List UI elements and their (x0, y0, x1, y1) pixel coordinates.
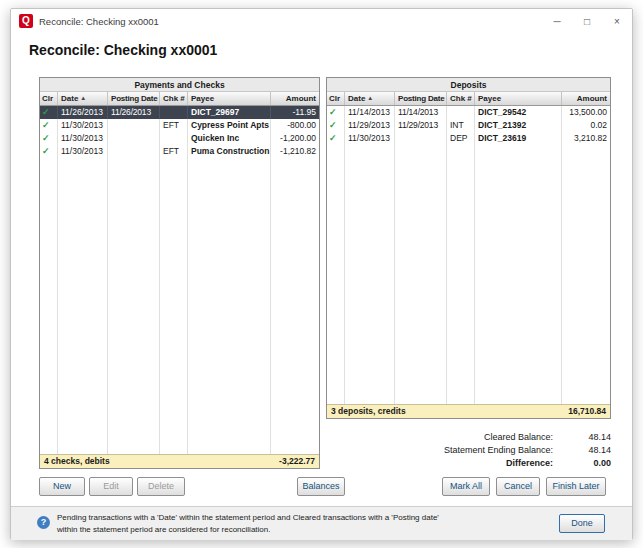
titlebar: Q Reconcile: Checking xx0001 ─ □ × (11, 9, 632, 33)
col-header-posting-date[interactable]: Posting Date (108, 92, 160, 105)
check-icon[interactable]: ✓ (42, 146, 50, 156)
table-row[interactable]: ✓ 11/29/2013 11/29/2013 INT DICT_21392 0… (327, 119, 610, 132)
sort-asc-icon: ▲ (80, 95, 86, 101)
col-header-amount[interactable]: Amount (271, 92, 319, 105)
balances-button[interactable]: Balances (297, 477, 345, 496)
page-title: Reconcile: Checking xx0001 (29, 42, 217, 58)
col-header-date[interactable]: Date▲ (345, 92, 395, 105)
mark-all-button[interactable]: Mark All (442, 477, 490, 496)
chk-cell: DEP (447, 132, 475, 145)
date-cell: 11/30/2013 (58, 132, 108, 145)
help-icon[interactable]: ? (37, 516, 50, 529)
maximize-button[interactable]: □ (572, 9, 602, 33)
check-icon[interactable]: ✓ (42, 107, 50, 117)
chk-cell (160, 132, 188, 145)
empty-cell (160, 158, 188, 454)
deposits-panel: Deposits Clr Date▲ Posting Date Chk # Pa… (326, 77, 611, 419)
difference-row: Difference: 0.00 (326, 457, 611, 470)
check-icon[interactable]: ✓ (329, 133, 337, 143)
empty-cell (395, 145, 447, 404)
finish-later-button[interactable]: Finish Later (546, 477, 606, 496)
col-header-chk[interactable]: Chk # (160, 92, 188, 105)
footer-bar: ? Pending transactions with a 'Date' wit… (11, 506, 632, 540)
payments-summary-bar: 4 checks, debits -3,222.77 (40, 454, 319, 468)
check-icon[interactable]: ✓ (329, 107, 337, 117)
payments-summary-label: 4 checks, debits (44, 455, 110, 468)
check-icon[interactable]: ✓ (329, 120, 337, 130)
table-row[interactable]: ✓ 11/14/2013 11/14/2013 DICT_29542 13,50… (327, 106, 610, 119)
posting-date-cell (108, 132, 160, 145)
table-row[interactable]: ✓ 11/30/2013 Quicken Inc -1,200.00 (40, 132, 319, 145)
col-header-chk[interactable]: Chk # (447, 92, 475, 105)
payments-header-row: Clr Date▲ Posting Date Chk # Payee Amoun… (40, 92, 319, 106)
payee-cell: DICT_29697 (188, 106, 271, 119)
chk-cell: INT (447, 119, 475, 132)
table-row[interactable]: ✓ 11/30/2013 EFT Puma Construction -1,21… (40, 145, 319, 158)
amount-cell: 3,210.82 (562, 132, 610, 145)
col-header-clr[interactable]: Clr (327, 92, 345, 105)
minimize-button[interactable]: ─ (542, 9, 572, 33)
payee-cell: Quicken Inc (188, 132, 271, 145)
amount-cell: -800.00 (271, 119, 319, 132)
statement-ending-balance-label: Statement Ending Balance: (444, 444, 553, 457)
col-header-posting-date[interactable]: Posting Date (395, 92, 447, 105)
payments-summary-amount: -3,222.77 (279, 455, 315, 468)
chk-cell: EFT (160, 145, 188, 158)
reconcile-window: Q Reconcile: Checking xx0001 ─ □ × Recon… (10, 8, 633, 540)
col-header-date-label: Date (61, 94, 78, 103)
payee-cell: Puma Construction (188, 145, 271, 158)
empty-cell (108, 158, 160, 454)
col-header-amount[interactable]: Amount (562, 92, 610, 105)
chk-cell (447, 106, 475, 119)
posting-date-cell: 11/14/2013 (395, 106, 447, 119)
done-button[interactable]: Done (559, 514, 605, 533)
amount-cell: -1,210.82 (271, 145, 319, 158)
quicken-logo-icon: Q (19, 14, 33, 28)
col-header-payee[interactable]: Payee (475, 92, 562, 105)
cancel-button[interactable]: Cancel (496, 477, 540, 496)
cleared-cell: ✓ (40, 132, 58, 145)
col-header-clr[interactable]: Clr (40, 92, 58, 105)
table-row[interactable]: ✓ 11/30/2013 DEP DICT_23619 3,210.82 (327, 132, 610, 145)
deposits-summary-bar: 3 deposits, credits 16,710.84 (327, 404, 610, 418)
empty-table-area (327, 145, 610, 404)
payee-cell: DICT_29542 (475, 106, 562, 119)
delete-button[interactable]: Delete (137, 477, 185, 496)
edit-button[interactable]: Edit (89, 477, 133, 496)
deposits-header-row: Clr Date▲ Posting Date Chk # Payee Amoun… (327, 92, 610, 106)
amount-cell: -11.95 (271, 106, 319, 119)
deposits-panel-title: Deposits (327, 78, 610, 92)
date-cell: 11/26/2013 (58, 106, 108, 119)
maximize-icon: □ (584, 16, 590, 27)
date-cell: 11/14/2013 (345, 106, 395, 119)
cleared-balance-value: 48.14 (553, 431, 611, 444)
amount-cell: 13,500.00 (562, 106, 610, 119)
empty-cell (447, 145, 475, 404)
sort-asc-icon: ▲ (367, 95, 373, 101)
empty-cell (345, 145, 395, 404)
table-row[interactable]: ✓ 11/26/2013 11/26/2013 DICT_29697 -11.9… (40, 106, 319, 119)
col-header-payee[interactable]: Payee (188, 92, 271, 105)
new-button[interactable]: New (39, 477, 85, 496)
payee-cell: Cypress Point Apts (188, 119, 271, 132)
cleared-cell: ✓ (40, 119, 58, 132)
empty-cell (327, 145, 345, 404)
date-cell: 11/29/2013 (345, 119, 395, 132)
date-cell: 11/30/2013 (345, 132, 395, 145)
payee-cell: DICT_21392 (475, 119, 562, 132)
cleared-balance-row: Cleared Balance: 48.14 (326, 431, 611, 444)
statement-ending-balance-row: Statement Ending Balance: 48.14 (326, 444, 611, 457)
cleared-cell: ✓ (327, 106, 345, 119)
amount-cell: -1,200.00 (271, 132, 319, 145)
col-header-date[interactable]: Date▲ (58, 92, 108, 105)
table-row[interactable]: ✓ 11/30/2013 EFT Cypress Point Apts -800… (40, 119, 319, 132)
check-icon[interactable]: ✓ (42, 120, 50, 130)
amount-cell: 0.02 (562, 119, 610, 132)
window-title: Reconcile: Checking xx0001 (39, 16, 542, 27)
posting-date-cell (108, 145, 160, 158)
payments-and-checks-panel: Payments and Checks Clr Date▲ Posting Da… (39, 77, 320, 469)
empty-table-area (40, 158, 319, 454)
close-button[interactable]: × (602, 9, 632, 33)
chk-cell: EFT (160, 119, 188, 132)
check-icon[interactable]: ✓ (42, 133, 50, 143)
